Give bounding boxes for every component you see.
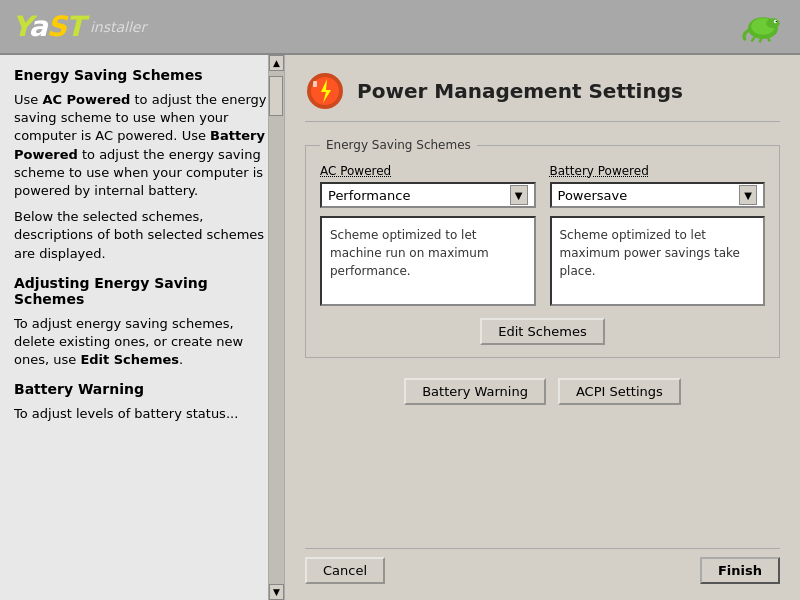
svg-line-5 [751, 37, 754, 41]
svg-line-6 [760, 38, 762, 42]
sidebar: Energy Saving Schemes Use AC Powered to … [0, 55, 285, 600]
ac-scheme-dropdown-arrow[interactable]: ▼ [510, 185, 528, 205]
content-panel: Power Management Settings Energy Saving … [285, 55, 800, 600]
edit-schemes-row: Edit Schemes [320, 318, 765, 345]
energy-schemes-fieldset: Energy Saving Schemes AC Powered Perform… [305, 138, 780, 358]
sidebar-para-1: Use AC Powered to adjust the energy savi… [14, 91, 270, 200]
battery-scheme-desc: Scheme optimized to let maximum power sa… [550, 216, 766, 306]
header: YaST installer suse [0, 0, 800, 55]
battery-scheme-dropdown-arrow[interactable]: ▼ [739, 185, 757, 205]
yast-y: Y [12, 10, 29, 43]
suse-logo: suse [738, 9, 788, 44]
sidebar-scrollbar: ▲ ▼ [268, 55, 284, 600]
svg-point-2 [766, 18, 779, 28]
sidebar-para-2: Below the selected schemes, descriptions… [14, 208, 270, 263]
schemes-legend: Energy Saving Schemes [320, 138, 477, 152]
scroll-down-btn[interactable]: ▼ [269, 584, 284, 600]
svg-line-7 [768, 37, 770, 41]
yast-logo: YaST installer [12, 10, 146, 43]
scroll-thumb[interactable] [269, 76, 283, 116]
ac-powered-column: AC Powered Performance ▼ Scheme optimize… [320, 164, 536, 306]
suse-gecko-icon: suse [738, 9, 788, 44]
battery-warning-button[interactable]: Battery Warning [404, 378, 546, 405]
edit-schemes-button[interactable]: Edit Schemes [480, 318, 604, 345]
sidebar-para-3: To adjust energy saving schemes, delete … [14, 315, 270, 370]
scroll-track [269, 71, 284, 584]
ac-scheme-value: Performance [328, 188, 510, 203]
svg-point-4 [776, 21, 778, 23]
sidebar-heading-1: Energy Saving Schemes [14, 67, 270, 83]
acpi-settings-button[interactable]: ACPI Settings [558, 378, 681, 405]
finish-button[interactable]: Finish [700, 557, 780, 584]
battery-powered-label: Battery Powered [550, 164, 766, 178]
yast-brand: YaST [12, 10, 84, 43]
sidebar-heading-3: Battery Warning [14, 381, 270, 397]
page-title-row: Power Management Settings [305, 71, 780, 122]
schemes-columns: AC Powered Performance ▼ Scheme optimize… [320, 164, 765, 306]
battery-scheme-select[interactable]: Powersave ▼ [550, 182, 766, 208]
yast-s: S [47, 10, 66, 43]
yast-t: T [66, 10, 84, 43]
action-row: Battery Warning ACPI Settings [305, 378, 780, 405]
svg-rect-12 [313, 81, 317, 87]
sidebar-heading-2: Adjusting Energy Saving Schemes [14, 275, 270, 307]
battery-scheme-value: Powersave [558, 188, 740, 203]
sidebar-para-4: To adjust levels of battery status... [14, 405, 270, 423]
page-title: Power Management Settings [357, 79, 683, 103]
yast-a: a [29, 10, 47, 43]
footer-row: Cancel Finish [305, 548, 780, 584]
ac-scheme-desc: Scheme optimized to let machine run on m… [320, 216, 536, 306]
main-layout: Energy Saving Schemes Use AC Powered to … [0, 55, 800, 600]
power-management-icon [305, 71, 345, 111]
cancel-button[interactable]: Cancel [305, 557, 385, 584]
scroll-up-btn[interactable]: ▲ [269, 55, 284, 71]
sidebar-content: Energy Saving Schemes Use AC Powered to … [0, 55, 284, 600]
battery-powered-column: Battery Powered Powersave ▼ Scheme optim… [550, 164, 766, 306]
ac-scheme-select[interactable]: Performance ▼ [320, 182, 536, 208]
yast-installer-label: installer [90, 19, 146, 35]
ac-powered-label: AC Powered [320, 164, 536, 178]
